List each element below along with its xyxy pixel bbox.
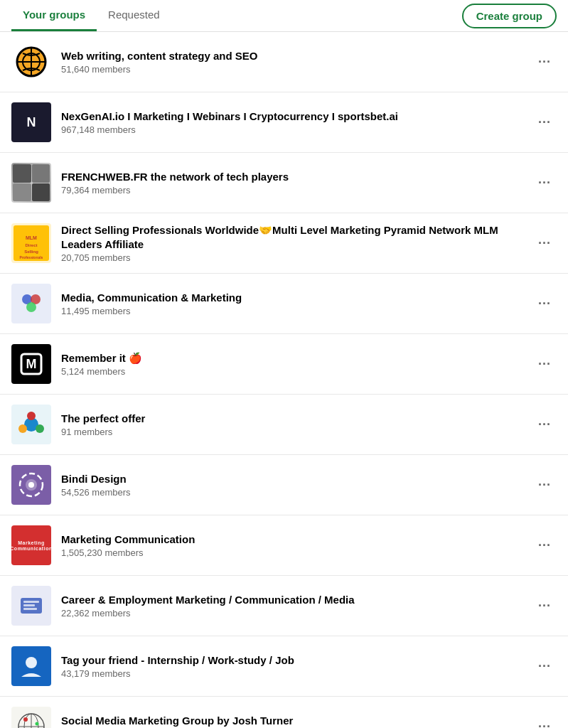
group-info: Media, Communication & Marketing11,495 m… xyxy=(61,291,523,317)
group-name: Web writing, content strategy and SEO xyxy=(61,49,523,63)
group-avatar xyxy=(11,405,51,444)
group-members: 54,526 members xyxy=(61,487,523,498)
group-members: 11,495 members xyxy=(61,306,523,316)
group-avatar xyxy=(11,586,51,626)
page-header: Your groups Requested Create group xyxy=(0,0,568,32)
group-members: 967,148 members xyxy=(61,124,523,135)
svg-point-11 xyxy=(26,302,36,312)
group-avatar: N xyxy=(11,102,51,142)
group-avatar: M xyxy=(11,344,51,384)
list-item: Web writing, content strategy and SEO51,… xyxy=(0,32,568,92)
tab-requested[interactable]: Requested xyxy=(97,0,171,31)
list-item: Media, Communication & Marketing11,495 m… xyxy=(0,274,568,334)
group-members: 5,124 members xyxy=(61,366,523,377)
more-options-button[interactable]: ··· xyxy=(532,52,557,73)
svg-rect-22 xyxy=(23,601,39,603)
group-info: FRENCHWEB.FR the network of tech players… xyxy=(61,170,523,196)
list-item: Social Media Marketing Group by Josh Tur… xyxy=(0,697,568,728)
svg-rect-23 xyxy=(23,604,35,606)
group-name: Bindi Design xyxy=(61,472,523,486)
group-members: 20,705 members xyxy=(61,252,523,263)
svg-point-31 xyxy=(36,722,39,726)
list-item: NNexGenAI.io I Marketing I Webinars I Cr… xyxy=(0,92,568,153)
group-name: Social Media Marketing Group by Josh Tur… xyxy=(61,714,523,728)
group-info: The perfect offer91 members xyxy=(61,412,523,438)
svg-rect-24 xyxy=(23,608,37,610)
list-item: FRENCHWEB.FR the network of tech players… xyxy=(0,153,568,213)
more-options-button[interactable]: ··· xyxy=(532,233,557,254)
more-options-button[interactable]: ··· xyxy=(532,535,557,556)
group-members: 91 members xyxy=(61,427,523,437)
svg-text:M: M xyxy=(26,357,37,371)
more-options-button[interactable]: ··· xyxy=(532,596,557,616)
group-avatar xyxy=(11,284,51,323)
more-options-button[interactable]: ··· xyxy=(532,475,557,496)
group-info: NexGenAI.io I Marketing I Webinars I Cry… xyxy=(61,109,523,136)
group-avatar xyxy=(11,42,51,82)
tab-your-groups[interactable]: Your groups xyxy=(11,0,97,31)
list-item: The perfect offer91 members··· xyxy=(0,395,568,455)
svg-point-17 xyxy=(18,424,27,433)
group-avatar xyxy=(11,707,51,728)
group-members: 79,364 members xyxy=(61,185,523,196)
group-avatar xyxy=(11,646,51,686)
group-name: FRENCHWEB.FR the network of tech players xyxy=(61,170,523,184)
group-avatar: Marketing Communication xyxy=(11,525,51,565)
list-item: M Remember it 🍎5,124 members··· xyxy=(0,334,568,395)
svg-text:Direct: Direct xyxy=(25,243,37,247)
group-members: 22,362 members xyxy=(61,608,523,619)
list-item: MLM Direct Selling Professionals Direct … xyxy=(0,213,568,274)
more-options-button[interactable]: ··· xyxy=(532,294,557,314)
list-item: Bindi Design54,526 members··· xyxy=(0,455,568,515)
svg-point-16 xyxy=(36,424,44,433)
tab-bar: Your groups Requested xyxy=(11,0,171,31)
group-members: 43,179 members xyxy=(61,668,523,679)
group-name: Remember it 🍎 xyxy=(61,351,523,365)
group-info: Web writing, content strategy and SEO51,… xyxy=(61,49,523,75)
more-options-button[interactable]: ··· xyxy=(532,656,557,677)
more-options-button[interactable]: ··· xyxy=(532,354,557,375)
group-info: Direct Selling Professionals Worldwide🤝M… xyxy=(61,223,523,263)
group-name: Tag your friend - Internship / Work-stud… xyxy=(61,653,523,668)
more-options-button[interactable]: ··· xyxy=(532,173,557,193)
group-avatar xyxy=(11,465,51,505)
group-info: Career & Employment Marketing / Communic… xyxy=(61,593,523,619)
svg-text:Selling: Selling xyxy=(24,250,38,254)
list-item: Career & Employment Marketing / Communic… xyxy=(0,576,568,636)
more-options-button[interactable]: ··· xyxy=(532,414,557,435)
svg-text:Professionals: Professionals xyxy=(20,255,43,259)
svg-point-15 xyxy=(27,412,36,420)
group-info: Tag your friend - Internship / Work-stud… xyxy=(61,653,523,680)
svg-point-30 xyxy=(23,717,28,722)
list-item: Marketing Communication Marketing Commun… xyxy=(0,515,568,576)
group-name: Career & Employment Marketing / Communic… xyxy=(61,593,523,607)
group-avatar xyxy=(11,163,51,203)
svg-point-20 xyxy=(28,482,34,488)
list-item: Tag your friend - Internship / Work-stud… xyxy=(0,636,568,697)
group-name: Marketing Communication xyxy=(61,532,523,547)
more-options-button[interactable]: ··· xyxy=(532,112,557,133)
group-avatar: MLM Direct Selling Professionals xyxy=(11,223,51,263)
groups-list: Web writing, content strategy and SEO51,… xyxy=(0,32,568,728)
group-info: Bindi Design54,526 members xyxy=(61,472,523,498)
group-name: Direct Selling Professionals Worldwide🤝M… xyxy=(61,223,523,251)
group-info: Marketing Communication1,505,230 members xyxy=(61,532,523,559)
create-group-button[interactable]: Create group xyxy=(462,4,557,28)
group-name: NexGenAI.io I Marketing I Webinars I Cry… xyxy=(61,109,523,124)
group-info: Remember it 🍎5,124 members xyxy=(61,351,523,378)
group-info: Social Media Marketing Group by Josh Tur… xyxy=(61,714,523,728)
group-name: The perfect offer xyxy=(61,412,523,426)
group-members: 51,640 members xyxy=(61,64,523,75)
more-options-button[interactable]: ··· xyxy=(532,717,557,729)
group-name: Media, Communication & Marketing xyxy=(61,291,523,305)
svg-text:MLM: MLM xyxy=(26,235,37,240)
svg-point-25 xyxy=(26,657,37,668)
group-members: 1,505,230 members xyxy=(61,547,523,558)
